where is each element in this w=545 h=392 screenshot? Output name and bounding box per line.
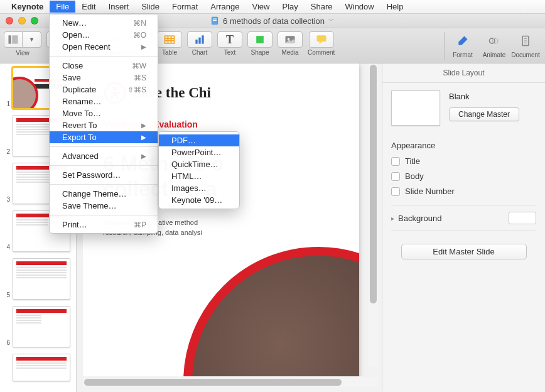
- slide-thumb-4[interactable]: [13, 210, 70, 252]
- scroll-thumb[interactable]: [370, 65, 377, 303]
- zoom-select[interactable]: 75% ▾: [46, 31, 82, 48]
- brand-logo: Save the Chi: [103, 81, 359, 105]
- svg-rect-6: [165, 36, 175, 43]
- slide-canvas[interactable]: Save the Chi Monitoring, EvaluationAccou…: [83, 63, 359, 376]
- brush-icon: [456, 35, 469, 47]
- thumb-row[interactable]: 3: [4, 163, 72, 204]
- slide-hero-image: [183, 247, 359, 376]
- checkbox-slidenumber[interactable]: Slide Number: [391, 187, 536, 196]
- menu-insert[interactable]: Insert: [102, 1, 136, 13]
- checkbox-body[interactable]: Body: [391, 172, 536, 181]
- svg-rect-4: [12, 35, 18, 43]
- section-appearance: Appearance: [391, 141, 536, 150]
- master-preview[interactable]: [391, 90, 440, 126]
- svg-rect-17: [316, 35, 326, 41]
- minimize-button[interactable]: [18, 17, 26, 24]
- slide-thumb-5[interactable]: [13, 258, 70, 300]
- checkbox-icon: [391, 172, 400, 181]
- menu-window[interactable]: Window: [338, 1, 380, 13]
- titlebar: 6 methods of data collection ﹀: [0, 14, 545, 28]
- chart-icon: [193, 33, 206, 46]
- animate-button[interactable]: Animate: [478, 30, 510, 60]
- media-button[interactable]: Media: [278, 30, 303, 56]
- chevron-down-icon: ▼: [29, 36, 35, 43]
- master-name: Blank: [449, 90, 536, 101]
- toolbar: ▼ View 75% ▾ Zoom Keynote Live Table Cha…: [0, 28, 545, 63]
- menu-help[interactable]: Help: [380, 1, 410, 13]
- window: 6 methods of data collection ﹀ ▼ View 75…: [0, 14, 545, 392]
- checkbox-icon: [391, 187, 400, 196]
- slide-thumb-3[interactable]: [13, 163, 70, 204]
- thumb-row[interactable]: [4, 354, 72, 381]
- menu-share[interactable]: Share: [305, 1, 339, 13]
- view-mode-button[interactable]: [4, 31, 23, 48]
- close-button[interactable]: [6, 17, 13, 24]
- menu-app[interactable]: Keynote: [5, 1, 50, 13]
- document-button[interactable]: Document: [510, 30, 541, 60]
- menu-arrange[interactable]: Arrange: [204, 1, 246, 13]
- animate-icon: [488, 35, 500, 47]
- thumb-row[interactable]: 1 ◉ Save: [4, 67, 72, 109]
- format-button[interactable]: Format: [447, 30, 478, 60]
- slide-navigator[interactable]: 1 ◉ Save 2 3 4 5 6: [0, 63, 77, 392]
- main: 1 ◉ Save 2 3 4 5 6 Save the: [0, 63, 545, 392]
- svg-rect-11: [195, 40, 197, 44]
- save-the-children-icon: [103, 81, 127, 105]
- svg-rect-14: [256, 36, 264, 43]
- thumb-row[interactable]: 5: [4, 258, 72, 300]
- slide-eyebrow: Monitoring, EvaluationAccountability and…: [103, 119, 359, 143]
- fullscreen-button[interactable]: [31, 17, 38, 24]
- slide-thumb-7[interactable]: [13, 354, 70, 381]
- keynote-live-button[interactable]: Keynote Live: [97, 30, 141, 56]
- slide-thumb-6[interactable]: [13, 306, 70, 347]
- comment-button[interactable]: Comment: [308, 30, 335, 56]
- menu-view[interactable]: View: [246, 1, 276, 13]
- text-icon: T: [226, 33, 234, 46]
- svg-point-5: [118, 38, 121, 41]
- toolbar-right: Format Animate Document: [441, 30, 541, 60]
- table-icon: [163, 33, 176, 46]
- chevron-down-icon: ﹀: [328, 16, 335, 25]
- menu-edit[interactable]: Edit: [75, 1, 102, 13]
- svg-rect-13: [202, 35, 203, 43]
- svg-rect-2: [213, 20, 217, 21]
- slide-thumb-2[interactable]: [13, 115, 70, 156]
- edit-master-button[interactable]: Edit Master Slide: [401, 244, 527, 259]
- document-title[interactable]: 6 methods of data collection ﹀: [210, 16, 335, 26]
- thumb-row[interactable]: 2: [4, 115, 72, 156]
- inspector-header: Slide Layout: [382, 63, 545, 83]
- thumb-row[interactable]: 6: [4, 306, 72, 347]
- window-controls: [6, 17, 38, 24]
- disclosure-triangle-icon: ▸: [391, 215, 394, 222]
- zoom-group: 75% ▾ Zoom: [46, 30, 82, 57]
- text-button[interactable]: T Text: [217, 30, 242, 56]
- shape-button[interactable]: Shape: [247, 30, 272, 56]
- thumb-row[interactable]: 4: [4, 210, 72, 252]
- background-row[interactable]: ▸Background: [391, 205, 536, 231]
- checkbox-title[interactable]: Title: [391, 156, 536, 166]
- chart-button[interactable]: Chart: [187, 30, 212, 56]
- slide-keywords: Keywords: Qualitative method research, s…: [103, 218, 359, 237]
- change-master-button[interactable]: Change Master: [449, 107, 519, 121]
- view-dropdown-button[interactable]: ▼: [23, 31, 41, 48]
- view-group: ▼ View: [4, 30, 41, 57]
- chevron-updown-icon: ▾: [71, 37, 73, 43]
- menu-format[interactable]: Format: [166, 1, 204, 13]
- svg-rect-12: [198, 38, 200, 44]
- shape-icon: [254, 33, 266, 46]
- inspector-panel: Slide Layout Blank Change Master Appeara…: [382, 63, 545, 392]
- document-icon: [519, 35, 532, 47]
- svg-rect-1: [213, 19, 217, 19]
- canvas-area: Save the Chi Monitoring, EvaluationAccou…: [77, 63, 382, 392]
- slide-title: 6 Methods ocollection a: [103, 151, 359, 202]
- menu-play[interactable]: Play: [276, 1, 304, 13]
- menu-file[interactable]: File: [50, 1, 75, 13]
- broadcast-icon: [113, 33, 126, 46]
- horizontal-scrollbar[interactable]: [83, 378, 378, 387]
- slide-thumb-1[interactable]: ◉ Save: [13, 67, 70, 109]
- menu-slide[interactable]: Slide: [135, 1, 166, 13]
- background-swatch[interactable]: [509, 212, 536, 224]
- scroll-thumb[interactable]: [84, 379, 342, 386]
- table-button[interactable]: Table: [157, 30, 182, 56]
- vertical-scrollbar[interactable]: [369, 63, 378, 366]
